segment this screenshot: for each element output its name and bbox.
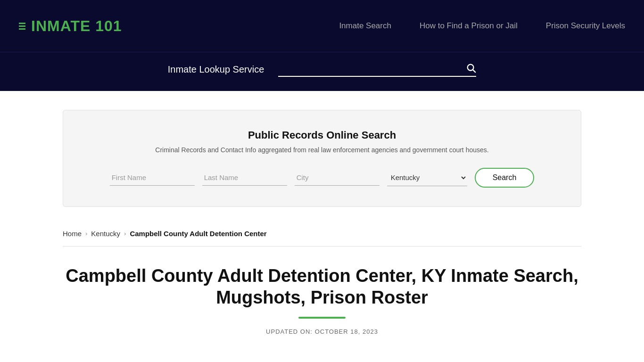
public-records-card: Public Records Online Search Criminal Re… (63, 110, 581, 207)
nav-link-security-levels[interactable]: Prison Security Levels (546, 21, 625, 30)
breadcrumb-chevron-2: › (124, 230, 126, 237)
first-name-input[interactable] (110, 170, 195, 186)
nav-item-find-prison[interactable]: How to Find a Prison or Jail (420, 21, 518, 31)
search-icon (466, 63, 476, 73)
city-input[interactable] (295, 170, 380, 186)
green-underline-decoration (298, 317, 346, 319)
breadcrumb-chevron-1: › (85, 230, 87, 237)
page-title: Campbell County Adult Detention Center, … (63, 265, 581, 308)
breadcrumb: Home › Kentucky › Campbell County Adult … (63, 221, 581, 246)
logo-bars-icon (19, 23, 25, 30)
last-name-input[interactable] (202, 170, 287, 186)
nav-item-security-levels[interactable]: Prison Security Levels (546, 21, 625, 31)
search-section-label: Inmate Lookup Service (168, 64, 264, 75)
breadcrumb-current: Campbell County Adult Detention Center (130, 230, 266, 238)
nav-item-inmate-search[interactable]: Inmate Search (339, 21, 391, 31)
state-select[interactable]: Kentucky Alabama Alaska Arizona Arkansas… (387, 169, 467, 186)
logo-text: INMATE 101 (31, 17, 122, 35)
updated-text: UPDATED ON: OCTOBER 18, 2023 (63, 328, 581, 335)
updated-date: OCTOBER 18, 2023 (315, 328, 378, 335)
search-section: Inmate Lookup Service (0, 52, 644, 91)
inmate-search-input[interactable] (278, 62, 466, 74)
records-card-description: Criminal Records and Contact Info aggreg… (91, 146, 553, 154)
breadcrumb-home[interactable]: Home (63, 230, 82, 238)
breadcrumb-state[interactable]: Kentucky (91, 230, 120, 238)
search-input-wrapper (278, 62, 476, 77)
logo-number: 101 (95, 17, 122, 34)
records-card-title: Public Records Online Search (91, 129, 553, 141)
nav-link-find-prison[interactable]: How to Find a Prison or Jail (420, 21, 518, 30)
updated-label: UPDATED ON: (266, 328, 313, 335)
svg-line-1 (473, 70, 475, 72)
main-content: Campbell County Adult Detention Center, … (63, 247, 581, 349)
spacer (0, 91, 644, 110)
top-navigation: INMATE 101 Inmate Search How to Find a P… (0, 0, 644, 52)
records-search-button[interactable]: Search (475, 168, 535, 188)
inmate-search-icon-button[interactable] (466, 63, 476, 73)
nav-links: Inmate Search How to Find a Prison or Ja… (339, 21, 625, 31)
logo-inmate: INMATE (31, 17, 95, 34)
logo[interactable]: INMATE 101 (19, 17, 122, 35)
records-search-form: Kentucky Alabama Alaska Arizona Arkansas… (91, 168, 553, 188)
nav-link-inmate-search[interactable]: Inmate Search (339, 21, 391, 30)
